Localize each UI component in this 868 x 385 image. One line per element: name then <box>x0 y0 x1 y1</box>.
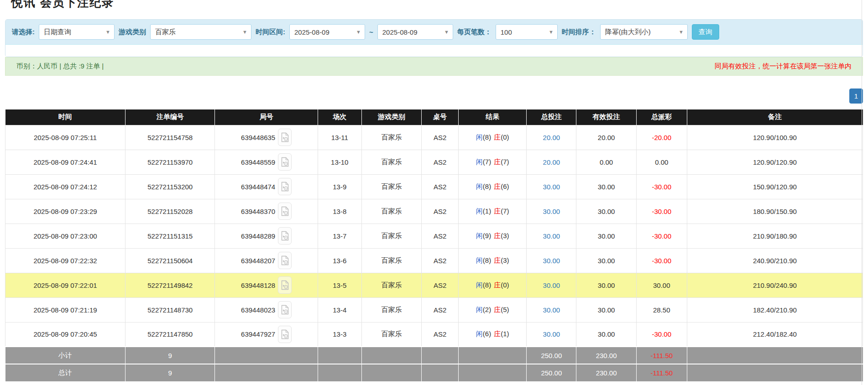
cell-game-type: 百家乐 <box>361 174 422 199</box>
cell-note: 150.90/120.90 <box>687 174 863 199</box>
page-size-value: 100 <box>501 28 512 36</box>
result-banker-label: 庄 <box>494 182 501 190</box>
date-from-select[interactable]: 2025-08-09 ▼ <box>289 24 365 40</box>
cell-time: 2025-08-09 07:22:01 <box>5 273 125 297</box>
right-edge-divider <box>862 0 862 385</box>
cell-payout: -30.00 <box>636 174 687 199</box>
member-bet-records-page: 悦讯 会员下注纪录 请选择: 日期查询 ▼ 游戏类别 百家乐 ▼ 时间区间: 2… <box>0 0 868 385</box>
cell-time: 2025-08-09 07:24:12 <box>5 174 125 199</box>
total-bet-link[interactable]: 20.00 <box>543 158 560 166</box>
cell-time: 2025-08-09 07:23:29 <box>5 199 125 224</box>
total-bet-link[interactable]: 30.00 <box>543 281 560 289</box>
title-area: 悦讯 会员下注纪录 <box>5 0 863 12</box>
cell-bet-id: 522721150604 <box>125 248 215 273</box>
video-replay-icon[interactable] <box>278 301 292 318</box>
cell-note: 212.40/182.40 <box>687 322 863 347</box>
date-to-select[interactable]: 2025-08-09 ▼ <box>377 24 453 40</box>
query-type-select[interactable]: 日期查询 ▼ <box>39 24 115 40</box>
summary-row: 总计 9 250.00 230.00 -111.50 <box>5 364 863 381</box>
cell-session: 13-11 <box>318 125 361 150</box>
video-replay-icon[interactable] <box>278 129 292 146</box>
video-replay-icon[interactable] <box>278 276 292 294</box>
table-row: 2025-08-09 07:21:19 522721148730 6394480… <box>5 297 863 322</box>
table-row: 2025-08-09 07:22:01 522721149842 6394481… <box>5 273 863 297</box>
cell-payout: -30.00 <box>636 248 687 273</box>
cell-game-type: 百家乐 <box>361 297 422 322</box>
cell-note: 210.90/240.90 <box>687 273 863 297</box>
payout-rule-notice: 同局有效投注，统一计算在该局第一张注单内 <box>715 62 852 71</box>
page-1-button[interactable]: 1 <box>849 88 863 104</box>
cell-valid-bet: 30.00 <box>576 248 637 273</box>
round-id-value: 639448207 <box>241 257 275 265</box>
page-size-select[interactable]: 100 ▼ <box>496 24 558 40</box>
cell-payout: 30.00 <box>636 273 687 297</box>
video-replay-icon[interactable] <box>278 252 292 269</box>
result-player-score: (6) <box>483 330 491 338</box>
page-size-label: 每页笔数： <box>457 28 492 36</box>
cell-bet-id: 522721147850 <box>125 322 215 347</box>
cell-valid-bet: 30.00 <box>576 297 637 322</box>
cell-round-id: 639448635 <box>215 125 318 150</box>
table-row: 2025-08-09 07:23:00 522721151315 6394482… <box>5 224 863 248</box>
cell-valid-bet: 30.00 <box>576 174 637 199</box>
game-type-value: 百家乐 <box>155 28 176 36</box>
col-session: 场次 <box>318 109 361 125</box>
game-type-select[interactable]: 百家乐 ▼ <box>150 24 251 40</box>
round-id-value: 639448289 <box>241 232 275 240</box>
result-player-label: 闲 <box>476 182 483 190</box>
time-sort-select[interactable]: 降幂(由大到小) ▼ <box>600 24 688 40</box>
video-replay-icon[interactable] <box>278 203 292 220</box>
video-replay-icon[interactable] <box>278 326 292 343</box>
cell-total-bet: 20.00 <box>527 125 576 150</box>
total-bet-link[interactable]: 30.00 <box>543 306 560 314</box>
total-bet-link[interactable]: 30.00 <box>543 183 560 191</box>
result-banker-score: (7) <box>501 158 509 166</box>
cell-time: 2025-08-09 07:23:00 <box>5 224 125 248</box>
total-bet-link[interactable]: 30.00 <box>543 232 560 240</box>
game-type-label: 游戏类别 <box>119 28 146 36</box>
cell-session: 13-8 <box>318 199 361 224</box>
cell-session: 13-7 <box>318 224 361 248</box>
total-bet-link[interactable]: 30.00 <box>543 208 560 215</box>
cell-payout: -30.00 <box>636 224 687 248</box>
video-replay-icon[interactable] <box>278 153 292 171</box>
total-bet-link[interactable]: 30.00 <box>543 330 560 338</box>
chevron-down-icon: ▼ <box>105 30 110 35</box>
total-bet-link[interactable]: 30.00 <box>543 257 560 265</box>
cell-game-type: 百家乐 <box>361 224 422 248</box>
cell-note: 180.90/150.90 <box>687 199 863 224</box>
table-header: 时间 注单编号 局号 场次 游戏类别 桌号 结果 总投注 有效投注 总派彩 备注 <box>5 109 863 125</box>
cell-total-bet: 30.00 <box>527 224 576 248</box>
summary-row: 小计 9 250.00 230.00 -111.50 <box>5 347 863 364</box>
summary-payout: -111.50 <box>636 364 687 381</box>
round-id-value: 639448128 <box>241 281 275 289</box>
table-row: 2025-08-09 07:24:41 522721153970 6394485… <box>5 150 863 174</box>
cell-table-no: AS2 <box>422 224 459 248</box>
col-game-type: 游戏类别 <box>361 109 422 125</box>
cell-time: 2025-08-09 07:24:41 <box>5 150 125 174</box>
chevron-down-icon: ▼ <box>356 30 361 35</box>
video-replay-icon[interactable] <box>278 178 292 195</box>
summary-total-bet: 250.00 <box>527 347 576 364</box>
cell-round-id: 639448289 <box>215 224 318 248</box>
cell-valid-bet: 30.00 <box>576 322 637 347</box>
cell-total-bet: 30.00 <box>527 273 576 297</box>
time-sort-label: 时间排序： <box>562 28 596 36</box>
summary-payout: -111.50 <box>636 347 687 364</box>
cell-bet-id: 522721152028 <box>125 199 215 224</box>
cell-session: 13-9 <box>318 174 361 199</box>
result-player-score: (1) <box>483 207 491 215</box>
query-type-value: 日期查询 <box>44 28 71 36</box>
result-player-label: 闲 <box>476 306 483 313</box>
query-type-label: 请选择: <box>12 28 35 36</box>
result-banker-label: 庄 <box>494 330 501 338</box>
summary-valid-bet: 230.00 <box>576 364 637 381</box>
video-replay-icon[interactable] <box>278 227 292 245</box>
result-player-score: (2) <box>483 306 491 313</box>
cell-session: 13-4 <box>318 297 361 322</box>
cell-time: 2025-08-09 07:21:19 <box>5 297 125 322</box>
cell-payout: -30.00 <box>636 322 687 347</box>
cell-total-bet: 20.00 <box>527 150 576 174</box>
search-button[interactable]: 查询 <box>692 24 719 40</box>
total-bet-link[interactable]: 20.00 <box>543 134 560 141</box>
